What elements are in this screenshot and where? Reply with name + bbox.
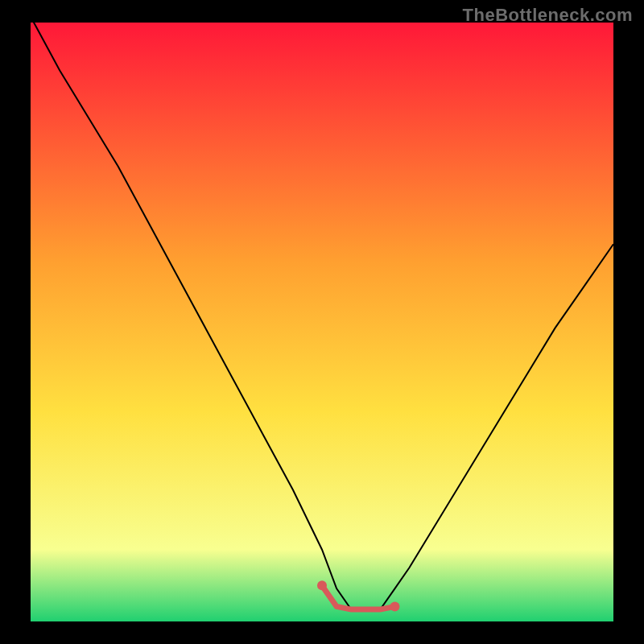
flat-left-end bbox=[317, 580, 327, 590]
watermark-text: TheBottleneck.com bbox=[463, 5, 633, 26]
bottleneck-chart bbox=[0, 0, 644, 644]
flat-right-end bbox=[390, 601, 400, 611]
plot-background bbox=[31, 23, 613, 621]
chart-frame: TheBottleneck.com bbox=[0, 0, 644, 644]
